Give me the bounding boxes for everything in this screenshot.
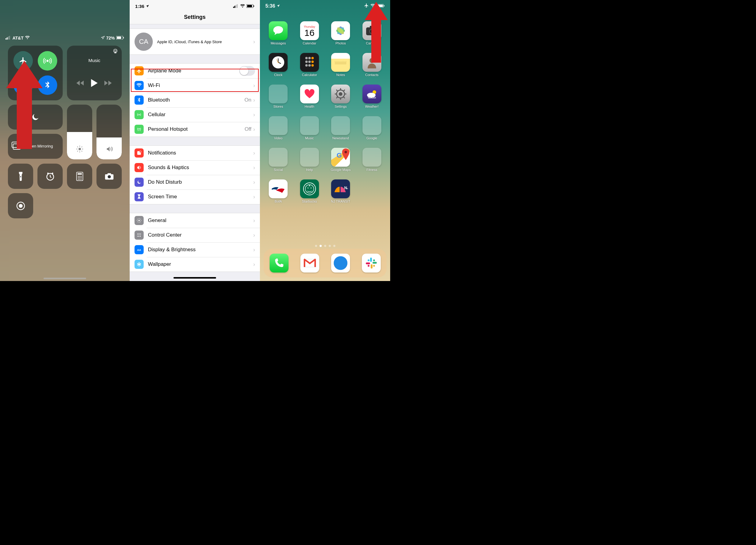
app-safari[interactable]: [331, 254, 350, 272]
svg-rect-41: [236, 5, 236, 8]
svg-point-36: [107, 175, 110, 178]
home-indicator[interactable]: [173, 277, 216, 278]
app-google[interactable]: Google: [359, 116, 385, 140]
app-phone[interactable]: [270, 254, 289, 272]
app-messages[interactable]: Messages: [265, 21, 291, 45]
chevron-right-icon: ›: [253, 126, 255, 133]
settings-group-general: General›Control Center›AADisplay & Brigh…: [130, 213, 260, 272]
app-slack[interactable]: [362, 254, 381, 272]
toggle-switch[interactable]: [239, 66, 255, 76]
svg-point-117: [310, 188, 311, 189]
app-social[interactable]: Social: [265, 148, 291, 172]
settings-row-notifications[interactable]: Notifications›: [130, 146, 260, 160]
row-label: Wallpaper: [148, 261, 253, 267]
chevron-right-icon: ›: [253, 247, 255, 253]
settings-row-display[interactable]: AADisplay & Brightness›: [130, 243, 260, 257]
app-photos[interactable]: Photos: [328, 21, 354, 45]
brightness-slider[interactable]: [67, 105, 92, 159]
control-center-icon: [135, 231, 144, 240]
svg-rect-5: [117, 37, 121, 39]
svg-point-64: [137, 263, 138, 264]
settings-row-general[interactable]: General›: [130, 213, 260, 228]
app-weather-[interactable]: YAHOO!Weather!: [359, 85, 385, 108]
app-icon: [269, 116, 288, 135]
app-calendar[interactable]: Thursday16Calendar: [297, 21, 323, 45]
settings-row-cellular[interactable]: Cellular›: [130, 107, 260, 122]
app-health[interactable]: Health: [297, 85, 323, 108]
next-track-button[interactable]: [104, 80, 112, 87]
row-value: On: [244, 97, 251, 103]
svg-line-108: [344, 90, 345, 91]
music-tile[interactable]: Music: [67, 46, 122, 100]
app-newsstand[interactable]: Newsstand: [328, 116, 354, 140]
volume-slider[interactable]: [96, 105, 122, 159]
svg-point-31: [79, 177, 80, 178]
app-icon: [269, 148, 288, 167]
svg-point-85: [278, 62, 279, 63]
settings-row-hotspot[interactable]: Personal HotspotOff›: [130, 122, 260, 137]
svg-point-59: [138, 262, 139, 263]
app-label: Messages: [271, 41, 286, 45]
app-nj-transit[interactable]: NJNJ TRANSIT: [328, 180, 354, 203]
avatar: CA: [135, 33, 153, 51]
settings-row-dnd[interactable]: Do Not Disturb›: [130, 175, 260, 190]
settings-row-bluetooth[interactable]: BluetoothOn›: [130, 93, 260, 107]
settings-row-sounds[interactable]: Sounds & Haptics›: [130, 160, 260, 175]
svg-rect-39: [233, 7, 234, 8]
apple-id-row[interactable]: CA Apple ID, iCloud, iTunes & App Store …: [130, 29, 260, 54]
svg-point-89: [305, 61, 308, 63]
app-notes[interactable]: Notes: [328, 53, 354, 77]
home-indicator[interactable]: [44, 278, 86, 279]
app-calculator[interactable]: Calculator: [297, 53, 323, 77]
app-google-maps[interactable]: GGoogle Maps: [328, 148, 354, 172]
app-fitness[interactable]: Fitness: [359, 148, 385, 172]
chevron-right-icon: ›: [253, 179, 255, 186]
prev-track-button[interactable]: [76, 80, 84, 87]
svg-rect-129: [366, 263, 370, 264]
chevron-right-icon: ›: [253, 97, 255, 103]
screen-time-icon: [135, 192, 144, 201]
wifi-icon: [135, 81, 144, 90]
calculator-tile[interactable]: [67, 164, 92, 189]
svg-rect-45: [254, 5, 254, 7]
svg-point-133: [368, 265, 369, 267]
settings-row-screen-time[interactable]: Screen Time›: [130, 190, 260, 204]
app-icon: NJ: [331, 180, 350, 198]
app-starbucks[interactable]: Starbucks: [297, 180, 323, 203]
airplay-icon[interactable]: [113, 49, 118, 55]
svg-point-32: [81, 177, 82, 178]
settings-row-wifi[interactable]: Wi-Fi›: [130, 78, 260, 93]
settings-row-wallpaper[interactable]: Wallpaper›: [130, 257, 260, 272]
app-video[interactable]: Video: [265, 116, 291, 140]
app-gmail[interactable]: [300, 254, 319, 272]
svg-rect-1: [7, 37, 8, 40]
app-clock[interactable]: Clock: [265, 53, 291, 77]
svg-point-58: [138, 264, 140, 265]
svg-point-7: [47, 60, 49, 62]
svg-point-86: [305, 57, 308, 59]
screen-record-tile[interactable]: [8, 193, 33, 218]
svg-point-55: [140, 236, 141, 237]
app-icon: [300, 180, 319, 198]
app-settings[interactable]: Settings: [328, 85, 354, 108]
page-dots[interactable]: [260, 245, 390, 247]
svg-point-62: [138, 266, 139, 267]
svg-text:NJ: NJ: [344, 186, 348, 190]
app-icon: [300, 116, 319, 135]
settings-row-airplane-mode[interactable]: Airplane Mode: [130, 64, 260, 78]
app-icon: [300, 254, 319, 272]
app-help[interactable]: Help: [297, 148, 323, 172]
camera-tile[interactable]: [96, 164, 122, 189]
app-stores[interactable]: Stores: [265, 85, 291, 108]
app-label: Newsstand: [332, 136, 349, 140]
svg-line-19: [77, 151, 78, 152]
svg-rect-26: [78, 173, 82, 175]
settings-row-control-center[interactable]: Control Center›: [130, 228, 260, 243]
app-bofa[interactable]: BofA: [265, 180, 291, 203]
flashlight-tile[interactable]: [8, 164, 33, 189]
wifi-icon: [25, 36, 30, 40]
volume-icon: [106, 145, 113, 154]
play-button[interactable]: [91, 79, 98, 88]
timer-tile[interactable]: [37, 164, 63, 189]
app-music[interactable]: Music: [297, 116, 323, 140]
